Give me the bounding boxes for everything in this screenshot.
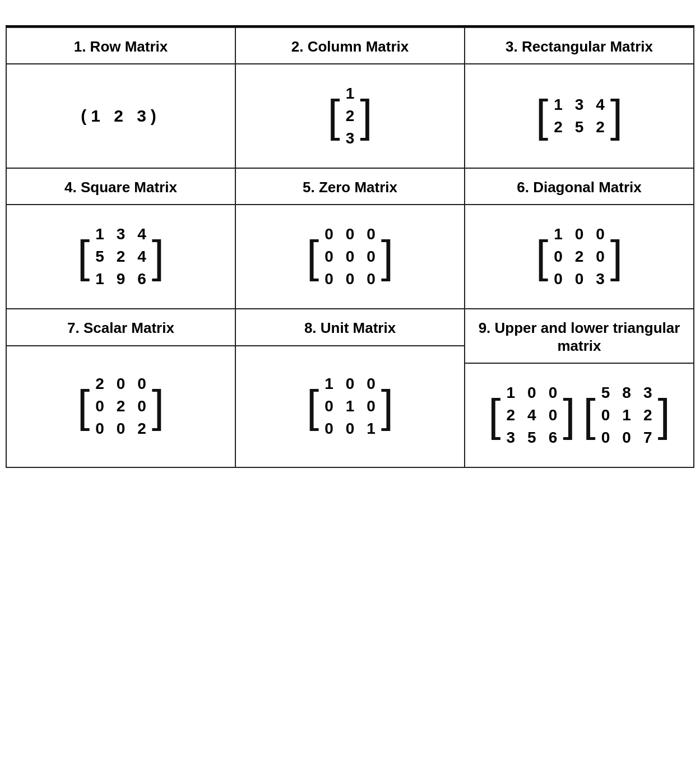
matrix-values: 000000000 <box>320 222 380 291</box>
matrix-values: 100240356 <box>502 381 562 450</box>
bracket-left <box>307 384 319 429</box>
matrix-cell: 4 <box>137 248 146 266</box>
bracket-left <box>327 94 340 138</box>
matrix-cell: 1 <box>507 384 516 402</box>
matrix-cell: 0 <box>367 248 376 266</box>
matrix: 200020002 <box>76 372 165 441</box>
matrix-cell: 1 <box>622 406 631 424</box>
matrix-cell: 0 <box>346 375 355 393</box>
matrix: 100020003 <box>535 222 624 291</box>
cell-title-column-matrix: 2. Column Matrix <box>236 28 464 64</box>
cell-row-matrix: 1. Row Matrix (1 2 3) <box>7 28 236 169</box>
matrix-cell: 0 <box>596 248 605 266</box>
matrix-cell: 0 <box>346 270 355 288</box>
matrix-grid: 1. Row Matrix (1 2 3) 2. Column Matrix 1… <box>6 27 694 468</box>
matrix: 100240356 <box>487 381 576 450</box>
matrix-cell: 3 <box>596 270 605 288</box>
bracket-right <box>152 234 164 279</box>
matrix-cell: 7 <box>643 429 652 447</box>
matrix-cell: 0 <box>324 248 333 266</box>
matrix-cell: 1 <box>554 225 563 243</box>
bracket-left <box>536 234 548 279</box>
matrix-cell: 5 <box>601 384 610 402</box>
row-matrix-text: (1 2 3) <box>81 106 161 126</box>
matrix-cell: 2 <box>346 107 355 125</box>
cell-content-unit-matrix: 100010001 <box>236 346 464 467</box>
matrix-values: 200020002 <box>91 372 151 441</box>
matrix-cell: 4 <box>527 406 536 424</box>
cell-content-rectangular-matrix: 134252 <box>465 64 693 168</box>
matrix-cell: 0 <box>367 270 376 288</box>
matrix-values: 134524196 <box>91 222 151 291</box>
cell-title-triangular-matrix: 9. Upper and lower triangular matrix <box>465 309 693 363</box>
cell-content-diagonal-matrix: 100020003 <box>465 205 693 308</box>
matrix-cell: 5 <box>95 248 104 266</box>
matrix-cell: 0 <box>324 225 333 243</box>
bracket-left <box>488 393 500 438</box>
bracket-right <box>381 234 393 279</box>
cell-content-zero-matrix: 000000000 <box>236 205 464 308</box>
matrix-cell: 1 <box>95 270 104 288</box>
matrix-cell: 0 <box>367 397 376 415</box>
cell-unit-matrix: 8. Unit Matrix 100010001 <box>236 309 465 467</box>
cell-column-matrix: 2. Column Matrix 123 <box>236 28 465 169</box>
matrix-cell: 0 <box>367 225 376 243</box>
matrix-cell: 1 <box>554 96 563 114</box>
matrix-cell: 2 <box>137 420 146 438</box>
page-title <box>6 6 694 27</box>
matrix: 000000000 <box>305 222 395 291</box>
matrix-cell: 3 <box>507 429 516 447</box>
bracket-left <box>583 393 596 438</box>
double-matrix: 100240356 583012007 <box>487 381 671 450</box>
matrix-values: 123 <box>341 81 359 151</box>
matrix-cell: 1 <box>346 397 355 415</box>
bracket-right <box>610 234 623 279</box>
bracket-left <box>307 234 319 279</box>
matrix-cell: 1 <box>324 375 333 393</box>
matrix-cell: 4 <box>137 225 146 243</box>
matrix-cell: 0 <box>324 420 333 438</box>
matrix-cell: 0 <box>554 248 563 266</box>
bracket-left <box>77 384 90 429</box>
matrix-cell: 0 <box>575 225 584 243</box>
matrix-cell: 2 <box>575 248 584 266</box>
cell-scalar-matrix: 7. Scalar Matrix 200020002 <box>7 309 236 467</box>
bracket-right <box>152 384 164 429</box>
cell-title-zero-matrix: 5. Zero Matrix <box>236 169 464 205</box>
cell-rectangular-matrix: 3. Rectangular Matrix 134252 <box>465 28 694 169</box>
matrix-cell: 9 <box>117 270 126 288</box>
matrix-cell: 1 <box>346 85 355 103</box>
matrix-cell: 0 <box>596 225 605 243</box>
matrix-cell: 0 <box>324 270 333 288</box>
cell-title-unit-matrix: 8. Unit Matrix <box>236 309 464 346</box>
bracket-right <box>657 393 670 438</box>
cell-title-diagonal-matrix: 6. Diagonal Matrix <box>465 169 693 205</box>
matrix-cell: 8 <box>622 384 631 402</box>
cell-title-square-matrix: 4. Square Matrix <box>7 169 235 205</box>
matrix-cell: 0 <box>549 406 558 424</box>
cell-title-rectangular-matrix: 3. Rectangular Matrix <box>465 28 693 64</box>
matrix-cell: 2 <box>95 375 104 393</box>
bracket-right <box>563 393 575 438</box>
matrix-cell: 0 <box>137 397 146 415</box>
matrix-cell: 2 <box>507 406 516 424</box>
matrix-cell: 2 <box>596 118 605 136</box>
matrix-cell: 0 <box>137 375 146 393</box>
cell-diagonal-matrix: 6. Diagonal Matrix 100020003 <box>465 169 694 309</box>
matrix-cell: 4 <box>596 96 605 114</box>
matrix-values: 583012007 <box>597 381 657 450</box>
matrix-cell: 0 <box>367 375 376 393</box>
bracket-right <box>610 94 623 138</box>
matrix-cell: 0 <box>622 429 631 447</box>
cell-content-square-matrix: 134524196 <box>7 205 235 308</box>
matrix-cell: 6 <box>137 270 146 288</box>
matrix-cell: 3 <box>346 129 355 147</box>
matrix-cell: 0 <box>527 384 536 402</box>
cell-content-scalar-matrix: 200020002 <box>7 346 235 467</box>
matrix-values: 134252 <box>549 92 609 140</box>
bracket-left <box>536 94 548 138</box>
matrix-cell: 3 <box>575 96 584 114</box>
cell-triangular-matrix: 9. Upper and lower triangular matrix 100… <box>465 309 694 467</box>
matrix-cell: 0 <box>601 406 610 424</box>
bracket-left <box>77 234 90 279</box>
